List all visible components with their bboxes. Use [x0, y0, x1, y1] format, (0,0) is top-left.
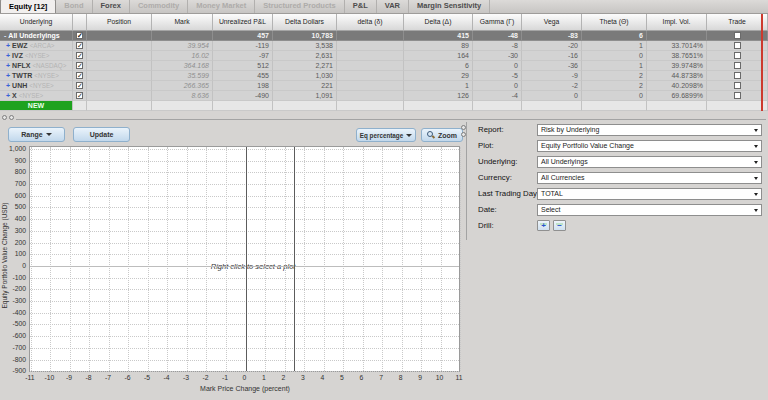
cell-value: 512 [213, 61, 273, 71]
trade-checkbox[interactable] [734, 62, 741, 69]
horizontal-splitter[interactable] [16, 119, 766, 120]
column-header-delta-dollars[interactable]: Delta Dollars [273, 14, 337, 31]
gridline [343, 147, 344, 371]
dropdown-underlying[interactable]: All Underlyings [537, 156, 762, 168]
update-button[interactable]: Update [73, 127, 130, 142]
gridline [30, 184, 459, 185]
table-row-all-underlyings[interactable]: -All Underlyings✓45710,783415-48-836 [0, 31, 768, 41]
tab-p-l[interactable]: P&L [345, 0, 377, 13]
x-tick-label: -4 [163, 374, 169, 381]
tab-forex[interactable]: Forex [93, 0, 130, 13]
row-select-checkbox[interactable]: ✓ [76, 62, 83, 69]
row-select-checkbox[interactable]: ✓ [76, 92, 83, 99]
cell-value: 8.636 [152, 91, 213, 101]
column-header-theta[interactable]: Theta (Θ) [582, 14, 647, 31]
expand-icon[interactable]: + [6, 81, 10, 90]
row-select-checkbox[interactable]: ✓ [76, 42, 83, 49]
table-row-x[interactable]: +X<NYSE>✓8.636-4901,091126-40069.6899% [0, 91, 768, 101]
new-row-button[interactable]: NEW [0, 101, 73, 111]
form-row-report: Report:Risk by Underlying [467, 122, 768, 137]
column-header-vega[interactable]: Vega [522, 14, 582, 31]
column-header-unrealized-p-l[interactable]: Unrealized P&L [213, 14, 273, 31]
drill-add-button[interactable]: + [537, 220, 550, 231]
expand-icon[interactable]: + [6, 51, 10, 60]
column-header-trade[interactable]: Trade [707, 14, 768, 31]
cell-value: 2 [582, 81, 647, 91]
cell-value: 29 [404, 71, 473, 81]
field-label: Report: [467, 125, 537, 134]
expand-icon[interactable]: + [6, 61, 10, 70]
drill-remove-button[interactable]: − [553, 220, 566, 231]
x-tick-label: 8 [399, 374, 403, 381]
row-select-checkbox[interactable]: ✓ [76, 82, 83, 89]
dropdown-report[interactable]: Risk by Underlying [537, 124, 762, 136]
column-header-impl-vol[interactable]: Impl. Vol. [647, 14, 707, 31]
cell-value: -48 [473, 31, 522, 41]
row-select-checkbox[interactable]: ✓ [76, 72, 83, 79]
cell-value: 1,030 [273, 71, 337, 81]
reference-line [246, 147, 247, 371]
trade-checkbox[interactable] [734, 42, 741, 49]
column-header-mark[interactable]: Mark [152, 14, 213, 31]
splitter-knob-icon[interactable] [2, 115, 7, 120]
cell-value: 0 [522, 91, 582, 101]
collapse-icon[interactable]: - [4, 31, 6, 40]
row-select-checkbox[interactable]: ✓ [76, 32, 83, 39]
cell-value: 38.7651% [647, 51, 707, 61]
symbol-label: IVZ [12, 51, 23, 60]
tab-commodity: Commodity [130, 0, 188, 13]
x-tick-label: 0 [243, 374, 247, 381]
table-row-ivz[interactable]: +IVZ<NYSE>✓16.02-972,631164-30-16038.765… [0, 51, 768, 61]
trade-checkbox[interactable] [734, 32, 741, 39]
gridline [31, 147, 32, 371]
cell-value: 16.02 [152, 51, 213, 61]
tab-margin-sensitivity[interactable]: Margin Sensitivity [409, 0, 490, 13]
cell-value: 6 [582, 31, 647, 41]
plot-area[interactable]: Right click to select a plot [29, 146, 460, 372]
tab-var[interactable]: VAR [377, 0, 409, 13]
tab-equity-12[interactable]: Equity [12] [0, 0, 56, 13]
column-header-delta[interactable]: Delta (Δ) [404, 14, 473, 31]
y-tick-label: 600 [0, 191, 26, 198]
dropdown-date[interactable]: Select [537, 204, 762, 216]
column-header-gamma[interactable]: Gamma (Γ) [473, 14, 522, 31]
y-tick-label: 400 [0, 215, 26, 222]
column-header-position[interactable]: Position [87, 14, 152, 31]
splitter-knob-icon[interactable] [9, 115, 14, 120]
column-header-select[interactable] [73, 14, 87, 31]
trade-checkbox[interactable] [734, 72, 741, 79]
dropdown-last-trading-day[interactable]: TOTAL [537, 188, 762, 200]
dropdown-plot[interactable]: Equity Portfolio Value Change [537, 140, 762, 152]
gridline [30, 219, 459, 220]
expand-icon[interactable]: + [6, 71, 10, 80]
trade-checkbox[interactable] [734, 92, 741, 99]
table-row-ewz[interactable]: +EWZ<ARCA>✓39.954-1193,53889-8-20133.701… [0, 41, 768, 51]
x-tick-label: -5 [144, 374, 150, 381]
column-header-underlying[interactable]: Underlying [0, 14, 73, 31]
cell-value: 198 [213, 81, 273, 91]
trade-checkbox[interactable] [734, 52, 741, 59]
gridline [30, 371, 459, 372]
row-select-checkbox[interactable]: ✓ [76, 52, 83, 59]
form-row-underlying: Underlying:All Underlyings [467, 154, 768, 169]
gridline [30, 207, 459, 208]
dropdown-currency[interactable]: All Currencies [537, 172, 762, 184]
cell-value: 0 [582, 51, 647, 61]
cell-value: -119 [213, 41, 273, 51]
chevron-down-icon [406, 134, 412, 137]
expand-icon[interactable]: + [6, 91, 10, 100]
x-tick-label: 1 [262, 374, 266, 381]
table-row-new[interactable]: NEW [0, 101, 768, 111]
eq-percentage-button[interactable]: Eq percentage [356, 128, 416, 142]
range-button[interactable]: Range [8, 127, 65, 142]
table-row-unh[interactable]: +UNH<NYSE>✓266.36519822110-2240.2098% [0, 81, 768, 91]
table-row-twtr[interactable]: +TWTR<NYSE>✓35.5994551,03029-5-9244.8738… [0, 71, 768, 81]
expand-icon[interactable]: + [6, 41, 10, 50]
form-row-date: Date:Select [467, 202, 768, 217]
cell-value: 0 [473, 81, 522, 91]
column-header-delta[interactable]: delta (δ) [337, 14, 404, 31]
trade-checkbox[interactable] [734, 82, 741, 89]
empty-cell [707, 101, 768, 111]
table-row-nflx[interactable]: +NFLX<NASDAQ>✓364.1685122,27160-36139.97… [0, 61, 768, 71]
zoom-button[interactable]: Zoom [421, 128, 463, 142]
